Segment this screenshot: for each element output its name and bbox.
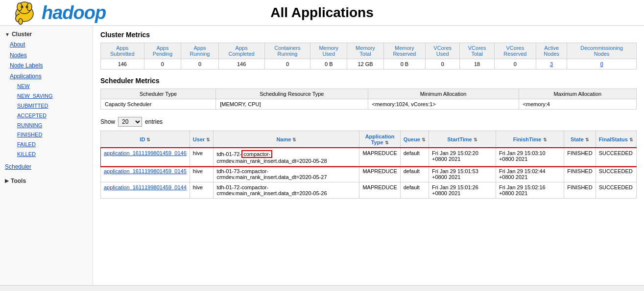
app-sub-links: NEW NEW_SAVING SUBMITTED ACCEPTED RUNNIN… bbox=[10, 82, 88, 159]
app-id-link-0146[interactable]: application_1611199801459_0146 bbox=[104, 150, 187, 156]
sidebar-item-node-labels[interactable]: Node Labels bbox=[10, 61, 88, 71]
app-id-0144: application_1611199801459_0144 bbox=[101, 182, 190, 199]
app-col-name[interactable]: Name ⇅ bbox=[214, 131, 359, 148]
val-memory-total: 12 GB bbox=[347, 59, 384, 69]
cluster-metrics-scroll: AppsSubmitted AppsPending AppsRunning Ap… bbox=[100, 43, 637, 77]
sidebar-item-applications[interactable]: Applications bbox=[10, 71, 88, 82]
app-type-0145: MAPREDUCE bbox=[359, 166, 400, 182]
finalstatus-sort-icon: ⇅ bbox=[629, 137, 633, 142]
sched-col-min: Minimum Allocation bbox=[368, 89, 519, 99]
val-decommissioning-nodes[interactable]: 0 bbox=[567, 59, 637, 69]
table-row: application_1611199801459_0144 hive tdh-… bbox=[101, 182, 637, 199]
val-containers-running: 0 bbox=[264, 59, 310, 69]
app-state-0146: FINISHED bbox=[564, 148, 596, 166]
name-suffix-0146: crmdev.main_rank_insert.data_dt=2020-05-… bbox=[216, 158, 327, 164]
app-starttime-0146: Fri Jan 29 15:02:20 +0800 2021 bbox=[429, 148, 496, 166]
col-memory-total: MemoryTotal bbox=[347, 43, 384, 59]
scheduler-metrics-table: Scheduler Type Scheduling Resource Type … bbox=[100, 89, 637, 110]
scheduler-metrics-title: Scheduler Metrics bbox=[100, 77, 637, 85]
app-id-link-0144[interactable]: application_1611199801459_0144 bbox=[104, 184, 187, 190]
app-name-0145: tdh-01-73-compactor-crmdev.main_rank_ins… bbox=[214, 166, 359, 182]
sched-col-type: Scheduler Type bbox=[101, 89, 216, 99]
sidebar-item-killed[interactable]: KILLED bbox=[17, 150, 88, 159]
applications-scroll: ID ⇅ User ⇅ Name ⇅ ApplicationType ⇅ Que… bbox=[100, 131, 637, 199]
table-row: application_1611199801459_0146 hive tdh-… bbox=[101, 148, 637, 166]
col-vcores-used: VCoresUsed bbox=[425, 43, 459, 59]
app-col-queue[interactable]: Queue ⇅ bbox=[400, 131, 429, 148]
app-type-0144: MAPREDUCE bbox=[359, 182, 400, 199]
svg-point-4 bbox=[21, 6, 24, 8]
cluster-metrics-title: Cluster Metrics bbox=[100, 31, 637, 39]
starttime-sort-icon: ⇅ bbox=[474, 137, 477, 142]
sidebar-item-new[interactable]: NEW bbox=[17, 82, 88, 91]
col-memory-used: MemoryUsed bbox=[310, 43, 347, 59]
val-apps-completed: 146 bbox=[218, 59, 264, 69]
sched-col-max: Maximum Allocation bbox=[519, 89, 636, 99]
show-label: Show bbox=[100, 118, 115, 125]
queue-sort-icon: ⇅ bbox=[422, 137, 426, 142]
sidebar-item-accepted[interactable]: ACCEPTED bbox=[17, 111, 88, 121]
sidebar-item-nodes[interactable]: Nodes bbox=[10, 50, 88, 61]
app-col-id[interactable]: ID ⇅ bbox=[101, 131, 190, 148]
col-apps-running: AppsRunning bbox=[181, 43, 219, 59]
entries-select[interactable]: 10 20 50 100 bbox=[118, 117, 142, 127]
tools-section-title[interactable]: ▶ Tools bbox=[5, 178, 88, 184]
col-containers-running: ContainersRunning bbox=[264, 43, 310, 59]
bottom-scrollbar[interactable] bbox=[0, 285, 644, 291]
sidebar-item-running[interactable]: RUNNING bbox=[17, 121, 88, 131]
app-col-state[interactable]: State ⇅ bbox=[564, 131, 596, 148]
app-user-0146: hive bbox=[190, 148, 214, 166]
cluster-label: Cluster bbox=[12, 31, 32, 38]
sidebar-item-new-saving[interactable]: NEW_SAVING bbox=[17, 91, 88, 101]
table-row: application_1611199801459_0145 hive tdh-… bbox=[101, 166, 637, 182]
page-wrapper: hadoop All Applications ▼ Cluster About … bbox=[0, 0, 644, 291]
tools-section: ▶ Tools bbox=[5, 178, 88, 184]
sidebar: ▼ Cluster About Nodes Node Labels Applic… bbox=[0, 26, 93, 285]
decommissioning-nodes-link[interactable]: 0 bbox=[600, 61, 603, 67]
sched-val-min: <memory:1024, vCores:1> bbox=[368, 99, 519, 110]
app-col-starttime[interactable]: StartTime ⇅ bbox=[429, 131, 496, 148]
sidebar-item-about[interactable]: About bbox=[10, 40, 88, 50]
app-starttime-0144: Fri Jan 29 15:01:26 +0800 2021 bbox=[429, 182, 496, 199]
app-col-finalstatus[interactable]: FinalStatus ⇅ bbox=[596, 131, 636, 148]
cluster-section-title[interactable]: ▼ Cluster bbox=[5, 31, 88, 38]
app-state-0144: FINISHED bbox=[564, 182, 596, 199]
entries-label: entries bbox=[145, 118, 163, 125]
val-apps-submitted: 146 bbox=[101, 59, 144, 69]
show-entries: Show 10 20 50 100 entries bbox=[100, 117, 637, 127]
col-vcores-total: VCoresTotal bbox=[460, 43, 494, 59]
cluster-arrow-icon: ▼ bbox=[5, 32, 10, 37]
hadoop-logo-elephant bbox=[10, 0, 39, 27]
sidebar-item-submitted[interactable]: SUBMITTED bbox=[17, 101, 88, 111]
col-active-nodes: ActiveNodes bbox=[536, 43, 567, 59]
app-starttime-0145: Fri Jan 29 15:01:53 +0800 2021 bbox=[429, 166, 496, 182]
app-col-user[interactable]: User ⇅ bbox=[190, 131, 214, 148]
cluster-links: About Nodes Node Labels Applications NEW… bbox=[5, 40, 88, 159]
val-active-nodes[interactable]: 3 bbox=[536, 59, 567, 69]
app-queue-0144: default bbox=[400, 182, 429, 199]
app-finishtime-0145: Fri Jan 29 15:02:44 +0800 2021 bbox=[496, 166, 564, 182]
tools-label: Tools bbox=[11, 178, 26, 184]
app-name-0146: tdh-01-72-compactor-crmdev.main_rank_ins… bbox=[214, 148, 359, 166]
active-nodes-link[interactable]: 3 bbox=[550, 61, 553, 67]
val-memory-used: 0 B bbox=[310, 59, 347, 69]
app-col-type[interactable]: ApplicationType ⇅ bbox=[359, 131, 400, 148]
sched-val-type: Capacity Scheduler bbox=[101, 99, 216, 110]
id-sort-icon: ⇅ bbox=[146, 137, 150, 142]
page-title: All Applications bbox=[270, 5, 374, 21]
tools-arrow-icon: ▶ bbox=[5, 178, 9, 183]
col-memory-reserved: MemoryReserved bbox=[383, 43, 425, 59]
sidebar-item-scheduler[interactable]: Scheduler bbox=[5, 163, 88, 170]
sidebar-item-failed[interactable]: FAILED bbox=[17, 140, 88, 150]
sidebar-item-finished[interactable]: FINISHED bbox=[17, 130, 88, 140]
hadoop-logo-text: hadoop bbox=[42, 2, 106, 23]
name-sort-icon: ⇅ bbox=[292, 137, 296, 142]
sched-val-resource: [MEMORY, CPU] bbox=[216, 99, 368, 110]
main-content: Cluster Metrics AppsSubmitted AppsPendin… bbox=[93, 26, 644, 285]
app-id-link-0145[interactable]: application_1611199801459_0145 bbox=[104, 168, 187, 174]
logo-area: hadoop bbox=[10, 0, 106, 27]
app-col-finishtime[interactable]: FinishTime ⇅ bbox=[496, 131, 564, 148]
col-decommissioning-nodes: DecommissioningNodes bbox=[567, 43, 637, 59]
name-highlighted-0146: compactor- bbox=[241, 150, 272, 158]
col-apps-submitted: AppsSubmitted bbox=[101, 43, 144, 59]
